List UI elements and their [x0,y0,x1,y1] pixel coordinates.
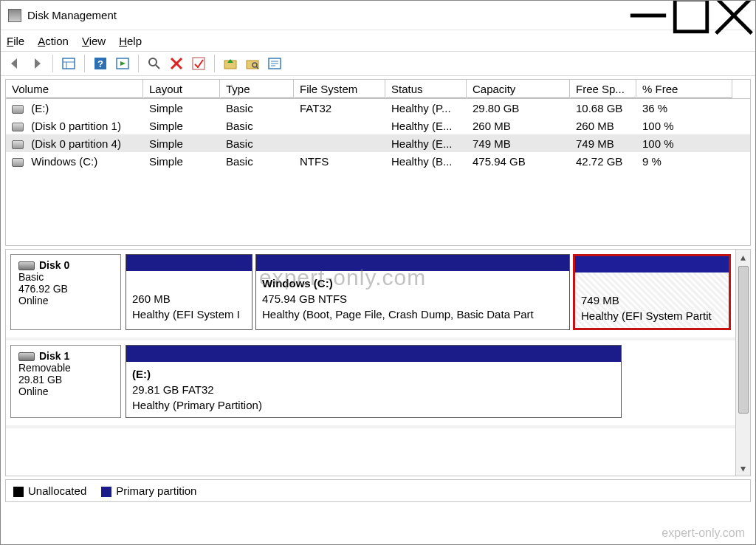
vertical-scrollbar[interactable]: ▴ ▾ [735,250,750,476]
svg-point-11 [149,58,157,66]
menu-help[interactable]: Help [119,35,142,47]
scroll-down-icon[interactable]: ▾ [736,461,750,476]
show-hide-button[interactable] [59,54,78,73]
close-button[interactable] [712,1,755,30]
svg-line-12 [156,65,159,69]
volume-row[interactable]: Windows (C:)SimpleBasicNTFSHealthy (B...… [6,152,750,170]
disk-row: Disk 1 Removable29.81 GBOnline (E:)29.81… [6,340,735,428]
col-free[interactable]: Free Sp... [570,80,636,98]
col-capacity[interactable]: Capacity [467,80,570,98]
help-button[interactable]: ? [91,54,110,73]
col-pct[interactable]: % Free [636,80,732,98]
col-layout[interactable]: Layout [143,80,220,98]
scroll-thumb[interactable] [738,266,749,414]
disk-header[interactable]: Disk 0 Basic476.92 GBOnline [10,254,121,330]
forward-button[interactable] [27,54,47,73]
disk-header[interactable]: Disk 1 Removable29.81 GBOnline [10,345,121,418]
col-status[interactable]: Status [385,80,467,98]
menu-file[interactable]: File [7,35,24,47]
disk-icon [18,261,35,270]
svg-text:?: ? [97,58,103,69]
delete-button[interactable] [167,54,186,73]
minimize-button[interactable] [627,1,670,30]
col-type[interactable]: Type [220,80,294,98]
maximize-button[interactable] [670,1,712,30]
folder-up-icon[interactable] [221,54,240,73]
partition[interactable]: Windows (C:)475.94 GB NTFSHealthy (Boot,… [255,254,570,330]
partition[interactable]: 260 MBHealthy (EFI System I [126,254,252,330]
col-volume[interactable]: Volume [6,80,143,98]
volume-row[interactable]: (Disk 0 partition 1)SimpleBasicHealthy (… [6,117,750,134]
actions-button[interactable] [113,54,132,73]
svg-rect-15 [193,58,205,69]
disk-icon [18,352,35,361]
disk-graphical-pane: Disk 0 Basic476.92 GBOnline 260 MBHealth… [5,249,751,476]
check-button[interactable] [189,54,208,73]
disk-row: Disk 0 Basic476.92 GBOnline 260 MBHealth… [6,250,735,340]
partition[interactable]: (E:)29.81 GB FAT32Healthy (Primary Parti… [126,345,622,418]
svg-rect-1 [675,0,707,32]
partition[interactable]: 749 MBHealthy (EFI System Partit [573,254,731,330]
properties-icon[interactable] [265,54,284,73]
legend-primary: Primary partition [101,484,196,497]
volume-table: Volume Layout Type File System Status Ca… [5,79,751,246]
toolbar: ? [1,51,755,76]
window-title: Disk Management [27,9,117,21]
svg-rect-4 [63,58,75,69]
menu-action[interactable]: Action [38,35,69,47]
volume-row[interactable]: (Disk 0 partition 4)SimpleBasicHealthy (… [6,134,750,152]
titlebar: Disk Management [1,1,755,30]
drive-icon [12,158,24,167]
drive-icon [12,123,24,131]
col-filesystem[interactable]: File System [294,80,385,98]
watermark-corner: expert-only.com [662,527,745,540]
volume-table-header: Volume Layout Type File System Status Ca… [6,80,750,99]
scroll-up-icon[interactable]: ▴ [736,250,750,264]
back-button[interactable] [5,54,24,73]
legend: Unallocated Primary partition [5,479,751,502]
search-icon[interactable] [145,54,164,73]
svg-marker-10 [120,61,126,66]
volume-row[interactable]: (E:)SimpleBasicFAT32Healthy (P...29.80 G… [6,99,750,117]
drive-icon [12,105,24,114]
app-icon [8,9,21,22]
drive-icon [12,140,24,149]
folder-search-icon[interactable] [243,54,262,73]
menu-view[interactable]: View [82,35,106,47]
legend-unallocated: Unallocated [13,484,86,497]
